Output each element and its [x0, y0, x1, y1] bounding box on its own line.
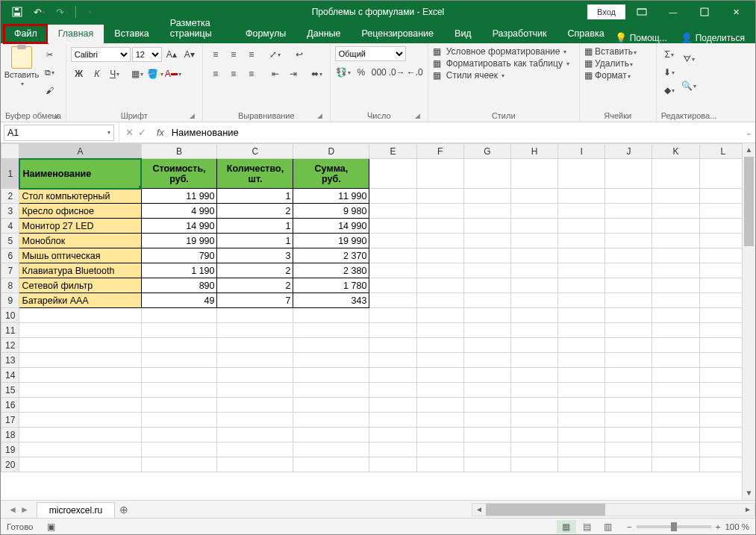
font-color-icon[interactable]: A▾ [165, 66, 181, 82]
col-header[interactable]: B [141, 144, 217, 159]
cell[interactable]: Стол компьютерный [19, 189, 141, 204]
row-header[interactable]: 7 [1, 263, 19, 278]
align-center-icon[interactable]: ≡ [225, 66, 242, 82]
col-header[interactable]: J [605, 144, 652, 159]
fill-color-icon[interactable]: 🪣▾ [147, 66, 163, 82]
percent-icon[interactable]: % [353, 64, 369, 81]
cell[interactable]: Батарейки AAA [19, 293, 141, 308]
currency-icon[interactable]: 💱▾ [335, 64, 352, 81]
dialog-launcher-icon[interactable]: ◢ [414, 112, 422, 119]
cell[interactable]: 9 980 [293, 204, 369, 219]
row-header[interactable]: 3 [1, 204, 19, 219]
cell[interactable]: 3 [217, 248, 293, 263]
row-header[interactable]: 1 [1, 159, 19, 189]
merge-center-icon[interactable]: ⬌▾ [309, 66, 325, 82]
login-button[interactable]: Вход [587, 4, 625, 19]
format-as-table-button[interactable]: ▦Форматировать как таблицу▾ [433, 58, 575, 69]
increase-decimal-icon[interactable]: .0→ [389, 64, 405, 81]
fill-icon[interactable]: ⬇▾ [661, 64, 678, 81]
bold-button[interactable]: Ж [71, 66, 87, 82]
fx-icon[interactable]: fx [152, 128, 169, 138]
comma-icon[interactable]: 000 [371, 64, 387, 81]
number-format-select[interactable]: Общий [335, 46, 406, 61]
dialog-launcher-icon[interactable]: ◢ [52, 112, 60, 119]
col-header[interactable]: G [463, 144, 510, 159]
col-header[interactable]: D [293, 144, 369, 159]
name-box[interactable]: A1▾ [4, 125, 114, 141]
accept-formula-icon[interactable]: ✓ [138, 127, 146, 138]
cell[interactable]: 790 [141, 248, 217, 263]
zoom-slider[interactable] [637, 525, 711, 528]
row-header[interactable]: 5 [1, 234, 19, 248]
row-header[interactable]: 20 [1, 457, 19, 472]
align-middle-icon[interactable]: ≡ [225, 46, 242, 63]
share-button[interactable]: 👤Поделиться [681, 32, 745, 43]
col-header[interactable]: C [217, 144, 293, 159]
scroll-down-icon[interactable]: ▼ [743, 486, 755, 500]
row-header[interactable]: 12 [1, 338, 19, 353]
scroll-thumb[interactable] [744, 157, 754, 246]
conditional-formatting-button[interactable]: ▦Условное форматирование▾ [433, 46, 575, 57]
align-bottom-icon[interactable]: ≡ [243, 46, 260, 63]
ribbon-options-icon[interactable] [627, 1, 657, 23]
cell[interactable]: 14 990 [293, 219, 369, 234]
tab-data[interactable]: Данные [296, 25, 351, 43]
align-right-icon[interactable]: ≡ [243, 66, 260, 82]
italic-button[interactable]: К [89, 66, 105, 82]
sheet-nav-prev-icon[interactable]: ◄ [8, 504, 17, 515]
increase-font-icon[interactable]: A▴ [163, 46, 180, 63]
col-header[interactable]: H [510, 144, 557, 159]
add-sheet-icon[interactable]: ⊕ [115, 504, 133, 516]
col-header[interactable]: E [369, 144, 416, 159]
column-headers[interactable]: A B C D E F G H I J K L [1, 144, 743, 159]
row-header[interactable]: 4 [1, 219, 19, 234]
cell[interactable]: 19 990 [141, 234, 217, 248]
normal-view-icon[interactable]: ▦ [557, 520, 576, 534]
cell[interactable]: Моноблок [19, 234, 141, 248]
cell[interactable]: 2 [217, 204, 293, 219]
tab-home[interactable]: Главная [48, 25, 104, 43]
find-select-icon[interactable]: 🔍▾ [681, 73, 697, 98]
cell[interactable]: 19 990 [293, 234, 369, 248]
cut-icon[interactable]: ✂ [41, 46, 57, 63]
decrease-font-icon[interactable]: A▾ [181, 46, 198, 63]
font-name-select[interactable]: Calibri [71, 47, 131, 62]
scroll-left-icon[interactable]: ◄ [472, 505, 486, 513]
format-cells-button[interactable]: ▦ Формат▾ [584, 70, 652, 81]
cell-styles-button[interactable]: ▦Стили ячеек▾ [433, 70, 575, 81]
undo-icon[interactable]: ↶▾ [29, 1, 50, 22]
delete-cells-button[interactable]: ▦ Удалить▾ [584, 58, 652, 69]
cell[interactable]: Монитор 27 LED [19, 219, 141, 234]
sheet-nav-next-icon[interactable]: ► [20, 504, 29, 515]
cancel-formula-icon[interactable]: ✕ [125, 127, 134, 138]
row-header[interactable]: 17 [1, 413, 19, 428]
cell[interactable]: Мышь оптическая [19, 248, 141, 263]
row-header[interactable]: 11 [1, 323, 19, 338]
vertical-scrollbar[interactable]: ▲ ▼ [742, 143, 755, 500]
cell[interactable]: 1 [217, 189, 293, 204]
horizontal-scrollbar[interactable]: ◄ ► [472, 503, 755, 516]
decrease-indent-icon[interactable]: ⇤ [267, 66, 284, 82]
expand-formula-bar-icon[interactable]: ⌄ [742, 128, 755, 137]
row-header[interactable]: 14 [1, 368, 19, 383]
font-size-select[interactable]: 12 [132, 47, 162, 62]
cell[interactable]: Количество,шт. [217, 159, 293, 189]
row-header[interactable]: 9 [1, 293, 19, 308]
row-header[interactable]: 18 [1, 428, 19, 442]
redo-icon[interactable]: ↷▾ [51, 1, 72, 22]
sort-filter-icon[interactable]: ᗊ▾ [681, 46, 697, 72]
align-top-icon[interactable]: ≡ [207, 46, 224, 63]
cell[interactable]: Клавиатура Bluetooth [19, 263, 141, 278]
cell[interactable]: 14 990 [141, 219, 217, 234]
cell[interactable]: 890 [141, 278, 217, 293]
tab-view[interactable]: Вид [444, 25, 482, 43]
cell[interactable]: Стоимость,руб. [141, 159, 217, 189]
cell[interactable]: 2 [217, 263, 293, 278]
cell[interactable]: 2 370 [293, 248, 369, 263]
row-header[interactable]: 15 [1, 383, 19, 398]
wrap-text-icon[interactable]: ↩ [291, 46, 307, 63]
maximize-icon[interactable] [690, 1, 719, 23]
cell[interactable]: 49 [141, 293, 217, 308]
orientation-icon[interactable]: ⤢▾ [267, 46, 284, 63]
cell[interactable]: Кресло офисное [19, 204, 141, 219]
